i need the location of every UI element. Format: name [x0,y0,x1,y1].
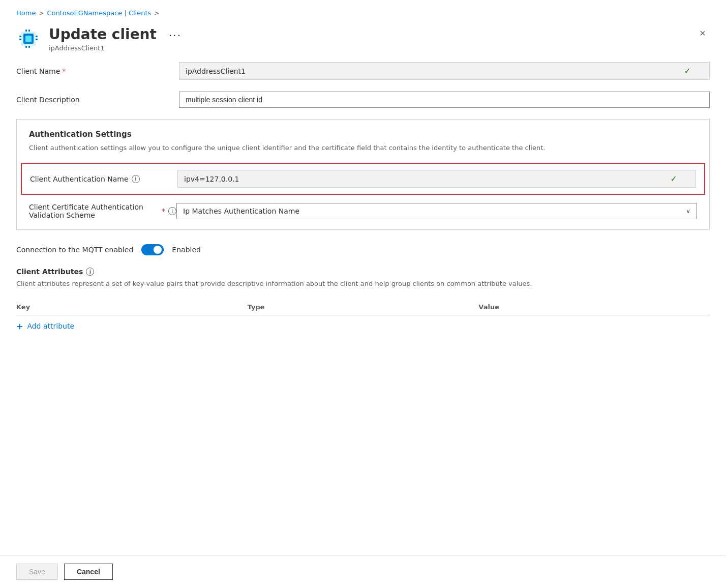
close-button[interactable]: × [695,26,710,40]
add-attribute-button[interactable]: + Add attribute [16,319,710,333]
validation-scheme-field: Ip Matches Authentication Name ∨ [176,203,697,219]
col-header-key: Key [16,303,248,311]
validation-scheme-row: Client Certificate Authentication Valida… [29,203,697,219]
cancel-button[interactable]: Cancel [64,564,113,580]
svg-rect-3 [19,36,21,37]
auth-settings-title: Authentication Settings [29,130,697,139]
footer: Save Cancel [0,555,726,588]
svg-rect-5 [36,36,38,37]
svg-rect-6 [36,39,38,40]
mqtt-status: Enabled [172,246,201,254]
client-name-row: Client Name * ipAddressClient1 ✓ [16,62,710,80]
header: Update client ··· ipAddressClient1 × [0,22,726,62]
form-area: Client Name * ipAddressClient1 ✓ Client … [0,62,726,333]
col-header-value: Value [478,303,710,311]
client-attributes-desc: Client attributes represent a set of key… [16,279,710,289]
auth-settings-desc: Client authentication settings allow you… [29,143,697,153]
breadcrumb-sep2: > [154,10,159,17]
breadcrumb: Home > ContosoEGNamespace | Clients > [0,0,726,22]
auth-name-input: ipv4=127.0.0.1 ✓ [177,170,696,188]
svg-rect-4 [19,39,21,40]
client-description-row: Client Description [16,91,710,109]
mqtt-toggle[interactable] [141,244,164,255]
svg-rect-2 [25,36,32,42]
validation-scheme-label: Client Certificate Authentication Valida… [29,203,176,219]
breadcrumb-home[interactable]: Home [16,9,36,17]
client-name-field: ipAddressClient1 ✓ [179,62,710,80]
header-left: Update client ··· ipAddressClient1 [16,26,182,52]
panel: Home > ContosoEGNamespace | Clients > [0,0,726,588]
client-attributes-info-icon[interactable]: i [86,268,94,276]
breadcrumb-sep1: > [39,10,44,17]
svg-rect-10 [28,46,30,48]
svg-rect-7 [25,30,27,32]
auth-settings-box: Authentication Settings Client authentic… [16,119,710,230]
auth-name-field: ipv4=127.0.0.1 ✓ [177,170,696,188]
required-star: * [62,67,66,75]
auth-name-row: Client Authentication Name i ipv4=127.0.… [21,163,705,195]
client-description-input[interactable] [179,92,710,108]
breadcrumb-namespace[interactable]: ContosoEGNamespace | Clients [47,9,151,17]
add-icon: + [16,321,23,331]
validation-info-icon[interactable]: i [168,207,176,215]
chevron-down-icon: ∨ [686,208,690,215]
svg-rect-8 [28,30,30,32]
svg-rect-9 [25,46,27,48]
header-subtitle: ipAddressClient1 [49,44,182,52]
client-attributes-title: Client Attributes i [16,268,710,276]
more-options-button[interactable]: ··· [169,30,182,42]
validation-required-star: * [162,207,165,215]
mqtt-label: Connection to the MQTT enabled [16,246,133,254]
auth-check-icon: ✓ [671,174,677,184]
page-title: Update client [49,26,157,43]
col-header-type: Type [248,303,479,311]
validation-scheme-dropdown[interactable]: Ip Matches Authentication Name ∨ [176,203,697,219]
mqtt-toggle-row: Connection to the MQTT enabled Enabled [16,244,710,255]
auth-name-label: Client Authentication Name i [30,175,177,183]
client-name-input: ipAddressClient1 ✓ [179,62,710,80]
check-icon: ✓ [684,66,691,76]
client-attributes-section: Client Attributes i Client attributes re… [16,268,710,333]
client-name-label: Client Name * [16,67,179,75]
auth-name-info-icon[interactable]: i [132,175,140,183]
client-description-label: Client Description [16,96,179,104]
client-icon [16,26,41,51]
save-button: Save [16,564,58,580]
add-attribute-label: Add attribute [27,322,74,330]
client-description-field [179,92,710,108]
attributes-table-header: Key Type Value [16,299,710,315]
header-title-block: Update client ··· ipAddressClient1 [49,26,182,52]
